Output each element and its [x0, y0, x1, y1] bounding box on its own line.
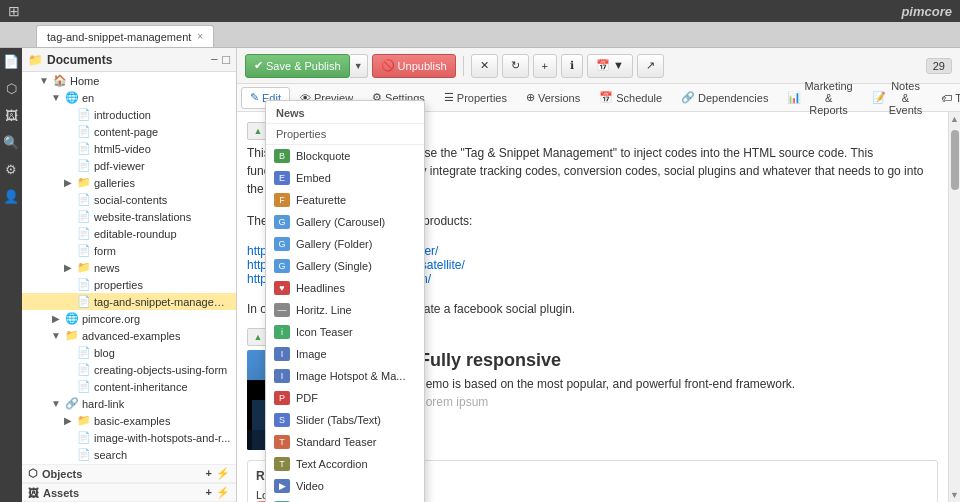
- tree-item-pimcore[interactable]: ▶ 🌐 pimcore.org: [22, 310, 236, 327]
- assets-add-icon[interactable]: +: [206, 486, 212, 499]
- tree-item-tag-snippet[interactable]: 📄 tag-and-snippet-managem...: [22, 293, 236, 310]
- menu-item-wysiwyg[interactable]: W WYSIWYG: [266, 497, 424, 502]
- horitz-icon: —: [274, 303, 290, 317]
- text-accordion-icon: T: [274, 457, 290, 471]
- menu-label: Headlines: [296, 282, 345, 294]
- tree-item-label: search: [94, 449, 127, 461]
- menu-item-pdf[interactable]: P PDF: [266, 387, 424, 409]
- menu-item-image[interactable]: I Image: [266, 343, 424, 365]
- tree-item-content-inherit[interactable]: 📄 content-inheritance: [22, 378, 236, 395]
- add-button[interactable]: +: [533, 54, 557, 78]
- tree-item-news[interactable]: ▶ 📁 news: [22, 259, 236, 276]
- settings-left-icon[interactable]: ⚙: [3, 160, 19, 179]
- objects-lightning-icon[interactable]: ⚡: [216, 467, 230, 480]
- tree-item-form[interactable]: 📄 form: [22, 242, 236, 259]
- menu-item-featurette[interactable]: F Featurette: [266, 189, 424, 211]
- properties-icon: ☰: [444, 91, 454, 104]
- tree-item-properties[interactable]: 📄 properties: [22, 276, 236, 293]
- tab-schedule[interactable]: 📅 Schedule: [590, 87, 671, 109]
- tree-item-html5-video[interactable]: 📄 html5-video: [22, 140, 236, 157]
- embed-icon: E: [274, 171, 290, 185]
- info-button[interactable]: ℹ: [561, 54, 583, 78]
- context-menu: News Properties B Blockquote E Embed F F…: [265, 100, 425, 502]
- grid-icon[interactable]: ⊞: [8, 3, 20, 19]
- edit-icon: ✎: [250, 91, 259, 104]
- menu-item-gallery-carousel[interactable]: G Gallery (Carousel): [266, 211, 424, 233]
- tab-properties[interactable]: ☰ Properties: [435, 87, 516, 109]
- scroll-thumb[interactable]: [951, 130, 959, 190]
- tree-item-galleries[interactable]: ▶ 📁 galleries: [22, 174, 236, 191]
- objects-icon[interactable]: ⬡: [4, 79, 19, 98]
- menu-item-blockquote[interactable]: B Blockquote: [266, 145, 424, 167]
- tree-item-social-contents[interactable]: 📄 social-contents: [22, 191, 236, 208]
- search-icon[interactable]: 🔍: [1, 133, 21, 152]
- menu-item-text-accordion[interactable]: T Text Accordion: [266, 453, 424, 475]
- right-scrollbar[interactable]: ▲ ▼: [948, 112, 960, 502]
- menu-item-image-hotspot[interactable]: I Image Hotspot & Ma...: [266, 365, 424, 387]
- tree-item-label: news: [94, 262, 120, 274]
- menu-item-gallery-folder[interactable]: G Gallery (Folder): [266, 233, 424, 255]
- tab-notes[interactable]: 📝 Notes & Events: [863, 87, 932, 109]
- tree-item-home[interactable]: ▼ 🏠 Home: [22, 72, 236, 89]
- collapse-icon[interactable]: −: [211, 52, 219, 67]
- menu-item-video[interactable]: ▶ Video: [266, 475, 424, 497]
- marketing-icon: 📊: [787, 91, 801, 104]
- tree-item-hard-link[interactable]: ▼ 🔗 hard-link: [22, 395, 236, 412]
- assets-section[interactable]: 🖼 Assets + ⚡: [22, 483, 236, 502]
- tree-header-title: 📁 Documents: [28, 53, 112, 67]
- tree-item-label: editable-roundup: [94, 228, 177, 240]
- menu-item-standard-teaser[interactable]: T Standard Teaser: [266, 431, 424, 453]
- tree-item-advanced[interactable]: ▼ 📁 advanced-examples: [22, 327, 236, 344]
- tree-item-label: basic-examples: [94, 415, 170, 427]
- tab-tags[interactable]: 🏷 Tags: [932, 87, 960, 109]
- calendar-button[interactable]: 📅 ▼: [587, 54, 633, 78]
- assets-lightning-icon[interactable]: ⚡: [216, 486, 230, 499]
- save-publish-button[interactable]: ✔ Save & Publish: [245, 54, 350, 78]
- menu-label: Image Hotspot & Ma...: [296, 370, 405, 382]
- context-menu-properties-header: Properties: [266, 124, 424, 145]
- tree-item-introduction[interactable]: 📄 introduction: [22, 106, 236, 123]
- tab-marketing[interactable]: 📊 Marketing & Reports: [778, 87, 861, 109]
- save-dropdown-arrow[interactable]: ▼: [350, 54, 368, 78]
- tab-close-icon[interactable]: ×: [197, 31, 203, 42]
- refresh-button[interactable]: ↻: [502, 54, 529, 78]
- unpublish-button[interactable]: 🚫 Unpublish: [372, 54, 456, 78]
- unpublish-label: Unpublish: [398, 60, 447, 72]
- user-icon[interactable]: 👤: [1, 187, 21, 206]
- menu-item-headlines[interactable]: ♥ Headlines: [266, 277, 424, 299]
- tree-item-en[interactable]: ▼ 🌐 en: [22, 89, 236, 106]
- main-tab[interactable]: tag-and-snippet-management ×: [36, 25, 214, 47]
- tab-dependencies[interactable]: 🔗 Dependencies: [672, 87, 777, 109]
- tags-label: Tags: [955, 92, 960, 104]
- close-button[interactable]: ✕: [471, 54, 498, 78]
- scroll-up-arrow[interactable]: ▲: [948, 112, 960, 126]
- tree-item-creating[interactable]: 📄 creating-objects-using-form: [22, 361, 236, 378]
- tree-item-blog[interactable]: 📄 blog: [22, 344, 236, 361]
- context-menu-news-header: News: [266, 103, 424, 124]
- export-button[interactable]: ↗: [637, 54, 664, 78]
- scroll-down-arrow[interactable]: ▼: [948, 488, 960, 502]
- tab-versions[interactable]: ⊕ Versions: [517, 87, 589, 109]
- tree-item-label: blog: [94, 347, 115, 359]
- tree-item-image-hotspots[interactable]: 📄 image-with-hotspots-and-r...: [22, 429, 236, 446]
- slider-icon: S: [274, 413, 290, 427]
- documents-icon[interactable]: 📄: [1, 52, 21, 71]
- menu-item-gallery-single[interactable]: G Gallery (Single): [266, 255, 424, 277]
- tree-item-basic-ex[interactable]: ▶ 📁 basic-examples: [22, 412, 236, 429]
- menu-item-icon-teaser[interactable]: i Icon Teaser: [266, 321, 424, 343]
- menu-item-embed[interactable]: E Embed: [266, 167, 424, 189]
- tree-item-content-page[interactable]: 📄 content-page: [22, 123, 236, 140]
- expand-icon[interactable]: □: [222, 52, 230, 67]
- versions-icon: ⊕: [526, 91, 535, 104]
- tree-item-editable-roundup[interactable]: 📄 editable-roundup: [22, 225, 236, 242]
- tree-item-pdf-viewer[interactable]: 📄 pdf-viewer: [22, 157, 236, 174]
- tree-item-label: hard-link: [82, 398, 124, 410]
- objects-add-icon[interactable]: +: [206, 467, 212, 480]
- menu-item-horitz-line[interactable]: — Horitz. Line: [266, 299, 424, 321]
- menu-item-slider[interactable]: S Slider (Tabs/Text): [266, 409, 424, 431]
- objects-section[interactable]: ⬡ Objects + ⚡: [22, 464, 236, 483]
- tree-item-website-translations[interactable]: 📄 website-translations: [22, 208, 236, 225]
- tree-item-search[interactable]: 📄 search: [22, 446, 236, 463]
- assets-icon[interactable]: 🖼: [3, 106, 20, 125]
- main-layout: 📄 ⬡ 🖼 🔍 ⚙ 👤 📁 Documents − □ ▼ 🏠 Home: [0, 48, 960, 502]
